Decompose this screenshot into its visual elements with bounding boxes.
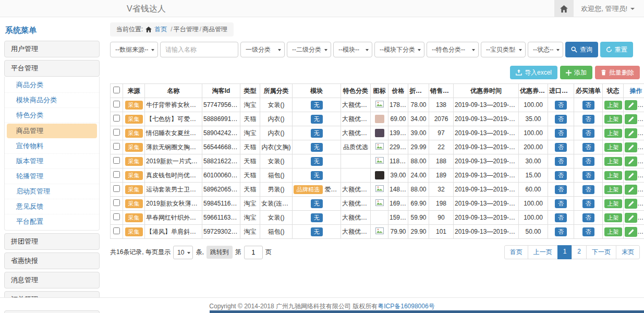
filter-select-4[interactable]: --模块下分类-- xyxy=(374,42,424,57)
must-buy-badge[interactable]: 否 xyxy=(582,199,594,208)
page-button-2[interactable]: 2 xyxy=(572,245,587,259)
product-category: 女装(连衣裙) xyxy=(260,197,293,211)
status-badge[interactable]: 上架 xyxy=(604,227,622,236)
search-button[interactable]: 查询 xyxy=(565,42,598,57)
sidebar-group-header-4[interactable]: 消息管理 xyxy=(4,272,100,288)
sidebar-item-商品分类[interactable]: 商品分类 xyxy=(5,78,99,93)
filter-select-5[interactable]: --特色分类-- xyxy=(427,42,479,57)
edit-button[interactable] xyxy=(625,156,637,166)
column-header-销售数量: 销售数量 xyxy=(429,84,454,98)
edit-button[interactable] xyxy=(625,171,637,180)
user-menu[interactable]: 欢迎您, 管理员! xyxy=(574,4,644,14)
sidebar-item-宣传物料[interactable]: 宣传物料 xyxy=(5,139,99,154)
import-select-badge[interactable]: 否 xyxy=(555,115,567,124)
import-select-badge[interactable]: 否 xyxy=(555,101,567,110)
sidebar-item-平台配置[interactable]: 平台配置 xyxy=(5,214,99,229)
per-page-select[interactable]: 10 xyxy=(173,246,193,259)
edit-button[interactable] xyxy=(625,199,637,209)
row-checkbox[interactable] xyxy=(113,115,120,122)
icp-link[interactable]: 粤ICP备16098006号 xyxy=(378,303,434,310)
sidebar-item-模块商品分类[interactable]: 模块商品分类 xyxy=(5,93,99,108)
row-checkbox[interactable] xyxy=(113,157,120,164)
status-badge[interactable]: 上架 xyxy=(604,171,622,180)
sidebar-item-版本管理[interactable]: 版本管理 xyxy=(5,154,99,169)
must-buy-badge[interactable]: 否 xyxy=(582,101,594,110)
jump-button[interactable]: 跳转到 xyxy=(206,246,233,259)
status-badge[interactable]: 上架 xyxy=(604,129,622,138)
select-all-checkbox[interactable] xyxy=(113,87,120,93)
page-button-1[interactable]: 1 xyxy=(557,245,573,259)
edit-button[interactable] xyxy=(625,142,637,152)
first-page-button[interactable]: 首页 xyxy=(504,245,528,259)
source-badge: 采集 xyxy=(125,115,143,124)
import-select-badge[interactable]: 否 xyxy=(555,213,567,222)
status-badge[interactable]: 上架 xyxy=(604,185,622,194)
must-buy-badge[interactable]: 否 xyxy=(582,143,594,152)
must-buy-badge[interactable]: 否 xyxy=(582,227,594,236)
edit-button[interactable] xyxy=(625,114,637,124)
filter-select-6[interactable]: --宝贝类型-- xyxy=(481,42,526,57)
import-excel-button[interactable]: 导入excel xyxy=(510,66,557,79)
next-page-button[interactable]: 下一页 xyxy=(586,245,616,259)
status-badge[interactable]: 上架 xyxy=(604,143,622,152)
sidebar-group-header-0[interactable]: 用户管理 xyxy=(4,41,100,57)
filter-select-1[interactable]: 一级分类 xyxy=(240,42,285,57)
row-checkbox[interactable] xyxy=(113,171,120,178)
home-button[interactable] xyxy=(554,0,574,17)
status-badge[interactable]: 上架 xyxy=(604,199,622,208)
sidebar-item-意见反馈[interactable]: 意见反馈 xyxy=(5,199,99,214)
sidebar-group-header-3[interactable]: 省惠快报 xyxy=(4,252,100,269)
status-badge[interactable]: 上架 xyxy=(604,213,622,222)
batch-delete-button[interactable]: 批量删除 xyxy=(595,66,640,79)
jump-page-input[interactable] xyxy=(244,246,263,259)
status-badge[interactable]: 上架 xyxy=(604,157,622,166)
filter-select-2[interactable]: --二级分类-- xyxy=(287,42,331,57)
filter-select-0[interactable]: --数据来源-- xyxy=(110,42,158,57)
row-checkbox[interactable] xyxy=(113,199,120,206)
prev-page-button[interactable]: 上一页 xyxy=(528,245,558,259)
sidebar-group-header-2[interactable]: 拼团管理 xyxy=(4,233,100,250)
row-checkbox[interactable] xyxy=(113,227,120,234)
filter-select-7[interactable]: --状态-- xyxy=(528,42,563,57)
last-page-button[interactable]: 末页 xyxy=(616,245,640,259)
must-buy-badge[interactable]: 否 xyxy=(582,115,594,124)
edit-button[interactable] xyxy=(625,128,637,138)
breadcrumb-home-link[interactable]: 首页 xyxy=(154,25,167,34)
must-buy-badge[interactable]: 否 xyxy=(582,185,594,194)
import-select-badge[interactable]: 否 xyxy=(555,171,567,180)
edit-button[interactable] xyxy=(625,185,637,195)
import-select-badge[interactable]: 否 xyxy=(555,129,567,138)
must-buy-badge[interactable]: 否 xyxy=(582,129,594,138)
edit-button[interactable] xyxy=(625,227,637,237)
import-select-badge[interactable]: 否 xyxy=(555,199,567,208)
sidebar-group-header-1[interactable]: 平台管理 xyxy=(4,60,100,77)
sidebar-item-启动页管理[interactable]: 启动页管理 xyxy=(5,184,99,199)
import-select-badge[interactable]: 否 xyxy=(555,143,567,152)
import-select-badge[interactable]: 否 xyxy=(555,185,567,194)
status-badge[interactable]: 上架 xyxy=(604,115,622,124)
row-checkbox[interactable] xyxy=(113,185,120,192)
row-checkbox[interactable] xyxy=(113,143,120,150)
product-category: 箱包() xyxy=(260,225,293,239)
sidebar-group-header-6[interactable]: 兑换管理 xyxy=(4,310,100,313)
column-header-淘客Id: 淘客Id xyxy=(202,84,240,98)
sidebar-item-轮播管理[interactable]: 轮播管理 xyxy=(5,169,99,184)
import-select-badge[interactable]: 否 xyxy=(555,157,567,166)
name-search-input[interactable] xyxy=(160,42,238,57)
status-badge[interactable]: 上架 xyxy=(604,101,622,110)
sidebar-item-特色分类[interactable]: 特色分类 xyxy=(5,108,99,123)
row-checkbox[interactable] xyxy=(113,101,120,107)
row-checkbox[interactable] xyxy=(113,213,120,220)
must-buy-badge[interactable]: 否 xyxy=(582,157,594,166)
reset-button[interactable]: 重置 xyxy=(600,42,633,57)
module-badge: 无 xyxy=(311,171,323,180)
must-buy-badge[interactable]: 否 xyxy=(582,213,594,222)
add-button[interactable]: 添加 xyxy=(560,66,592,79)
import-select-badge[interactable]: 否 xyxy=(555,227,567,236)
sidebar-item-商品管理[interactable]: 商品管理 xyxy=(7,124,97,138)
row-checkbox[interactable] xyxy=(113,129,120,136)
filter-select-3[interactable]: --模块-- xyxy=(333,42,372,57)
must-buy-badge[interactable]: 否 xyxy=(582,171,594,180)
edit-button[interactable] xyxy=(625,100,637,110)
edit-button[interactable] xyxy=(625,213,637,223)
